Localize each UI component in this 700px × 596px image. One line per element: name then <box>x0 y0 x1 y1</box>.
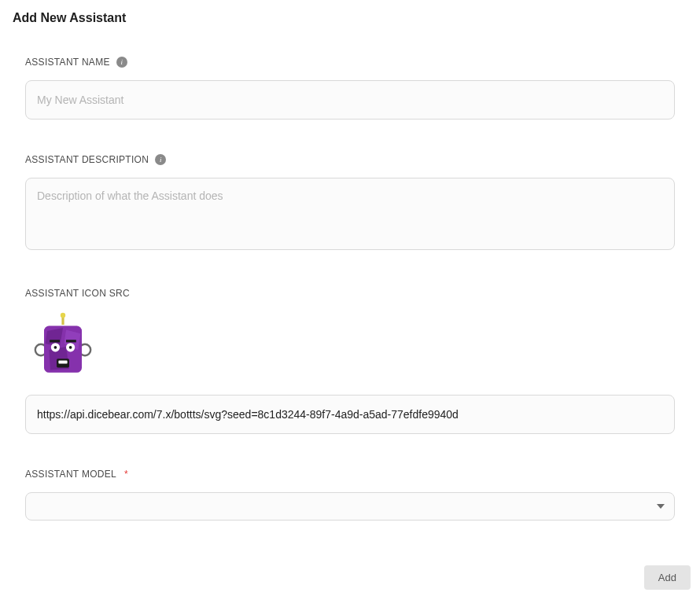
label-row-model: ASSISTANT MODEL * <box>25 469 675 480</box>
assistant-description-label: ASSISTANT DESCRIPTION <box>25 154 149 165</box>
assistant-icon-src-input[interactable] <box>25 395 675 434</box>
svg-rect-13 <box>50 340 60 342</box>
label-row-credential: OPENAI CREDENTIAL * <box>25 549 675 550</box>
field-openai-credential: OPENAI CREDENTIAL * <box>25 549 675 550</box>
label-row-description: ASSISTANT DESCRIPTION i <box>25 154 675 165</box>
page-title: Add New Assistant <box>13 11 687 25</box>
assistant-name-label: ASSISTANT NAME <box>25 57 110 68</box>
assistant-model-label: ASSISTANT MODEL <box>25 469 116 480</box>
label-row-icon-src: ASSISTANT ICON SRC <box>25 288 675 299</box>
robot-avatar-icon <box>31 311 94 382</box>
dialog-footer: Add <box>0 558 700 596</box>
field-assistant-icon-src: ASSISTANT ICON SRC <box>25 288 675 434</box>
field-assistant-name: ASSISTANT NAME i <box>25 57 675 120</box>
chevron-down-icon <box>657 504 665 509</box>
openai-credential-label: OPENAI CREDENTIAL <box>25 549 127 550</box>
info-icon[interactable]: i <box>155 154 166 165</box>
add-button[interactable]: Add <box>644 565 691 590</box>
svg-point-10 <box>54 346 57 349</box>
assistant-name-input[interactable] <box>25 80 675 120</box>
field-assistant-model: ASSISTANT MODEL * <box>25 469 675 521</box>
svg-rect-14 <box>66 340 76 342</box>
assistant-icon-src-label: ASSISTANT ICON SRC <box>25 288 130 299</box>
required-marker: * <box>124 469 128 480</box>
assistant-form: ASSISTANT NAME i ASSISTANT DESCRIPTION i… <box>13 57 687 550</box>
required-marker: * <box>135 549 139 550</box>
info-icon[interactable]: i <box>116 57 127 68</box>
field-assistant-description: ASSISTANT DESCRIPTION i <box>25 154 675 253</box>
label-row-name: ASSISTANT NAME i <box>25 57 675 68</box>
assistant-icon-preview <box>31 311 94 382</box>
form-scroll-area[interactable]: Add New Assistant ASSISTANT NAME i ASSIS… <box>0 0 700 550</box>
assistant-model-select[interactable] <box>25 492 675 521</box>
svg-point-1 <box>61 313 65 318</box>
svg-point-12 <box>69 346 72 349</box>
assistant-description-input[interactable] <box>25 178 675 250</box>
svg-rect-16 <box>58 361 67 364</box>
